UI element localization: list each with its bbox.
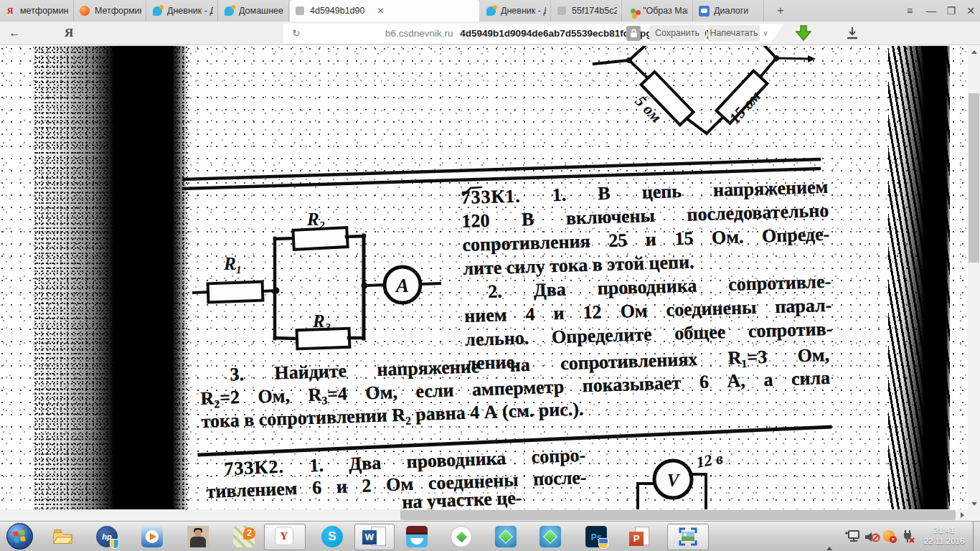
clock-date: 22.11.2016: [921, 536, 967, 547]
show-desktop-button[interactable]: [973, 522, 980, 551]
url-host: b6.csdnevnik.ru: [385, 28, 453, 39]
dnevnik-icon: [223, 5, 235, 17]
windows-flag-icon: [13, 529, 27, 543]
yandex-logo-icon[interactable]: Я: [65, 22, 73, 44]
tab-metformin-ri[interactable]: Метформин Ри: [75, 0, 146, 22]
tab-dialogi[interactable]: Диалоги: [694, 0, 764, 22]
tab-label: 55f174b5c2034e: [572, 6, 617, 16]
tab-close-icon[interactable]: ✕: [374, 6, 386, 16]
taskbar: hp 2 Y S W Ps P: [0, 521, 980, 551]
url-field[interactable]: ↻ b6.csdnevnik.ru 4d5949b1d9094de6ab7d55…: [283, 24, 783, 43]
screenshot-tool-icon: [677, 526, 699, 547]
tab-metformin-ins[interactable]: Я метформин инс: [0, 0, 74, 22]
uac-shield-icon: [110, 539, 119, 549]
media-player-icon[interactable]: [141, 526, 163, 547]
tab-image-2[interactable]: 55f174b5c2034e: [552, 0, 622, 22]
show-hidden-icons-button[interactable]: [826, 534, 832, 547]
tab-label: Диалоги: [714, 6, 748, 16]
sims4-icon[interactable]: [495, 526, 517, 547]
word-icon: W: [362, 530, 377, 545]
image-placeholder-icon: [556, 5, 567, 17]
label-r3: R₃: [312, 311, 331, 331]
menu-icon[interactable]: ≡: [900, 0, 919, 22]
tab-label: 4d5949b1d90: [310, 6, 364, 16]
browser-viewport: R₁ R₂ R₃ A V 5 ом 15 ом 12 в 733К1. 1. В…: [0, 46, 980, 521]
tab-label: Метформин Ри: [95, 6, 141, 16]
back-icon[interactable]: ←: [9, 22, 21, 44]
label-r2: R₂: [306, 209, 325, 229]
photoshop-icon[interactable]: Ps: [585, 526, 607, 547]
tab-label: Дневник - Днев: [167, 6, 213, 16]
horizontal-scrollbar[interactable]: [0, 509, 968, 521]
tab-bar: Я метформин инс Метформин Ри Дневник - Д…: [0, 0, 980, 22]
image-placeholder-icon: [294, 5, 306, 17]
tab-dnevnik-2[interactable]: Дневник - Днев: [481, 0, 551, 22]
sims4-icon-2[interactable]: [540, 526, 561, 547]
network-icon[interactable]: [844, 530, 861, 546]
label-12v: 12 в: [695, 449, 725, 471]
scroll-up-arrow[interactable]: [968, 46, 980, 57]
portrait-photo-icon[interactable]: [187, 526, 209, 547]
yandex-browser-taskbar-button[interactable]: Y: [264, 524, 306, 550]
yandex-browser-icon: Y: [275, 527, 293, 545]
volume-muted-icon[interactable]: [864, 531, 880, 546]
tab-label: метформин инс: [20, 6, 69, 16]
problem-number: 733К2.: [224, 456, 284, 479]
text-line-partial: на участке це-: [402, 487, 522, 509]
orange-sphere-icon: [79, 5, 90, 17]
horizontal-scroll-thumb[interactable]: [400, 510, 956, 520]
save-button[interactable]: Сохранить: [649, 25, 705, 42]
tab-obraz-mashi[interactable]: "Образ Маши М: [623, 0, 693, 22]
close-button[interactable]: ✕: [961, 0, 980, 22]
vertical-scroll-thumb[interactable]: [969, 93, 979, 263]
lock-icon[interactable]: [626, 26, 641, 41]
minimize-button[interactable]: —: [922, 0, 941, 22]
powerpoint-icon[interactable]: P: [628, 526, 650, 547]
scanned-textbook-image[interactable]: R₁ R₂ R₃ A V 5 ом 15 ом 12 в 733К1. 1. В…: [0, 46, 968, 509]
downloads-icon[interactable]: [845, 26, 859, 43]
file-explorer-icon[interactable]: [52, 526, 73, 547]
multicolor-dots-icon: [627, 5, 639, 17]
start-button[interactable]: [6, 523, 33, 550]
taskbar-clock[interactable]: 21:41 22.11.2016: [921, 525, 967, 547]
problem-number: 733К1.: [461, 186, 521, 208]
chat-icon: [698, 5, 710, 17]
new-tab-button[interactable]: +: [772, 3, 789, 19]
print-button[interactable]: Напечатать: [708, 25, 760, 42]
tab-label: Домашнее зада: [239, 6, 284, 16]
word-taskbar-button[interactable]: W: [354, 524, 395, 550]
yandex-icon: Я: [4, 5, 16, 17]
download-ready-icon[interactable]: [793, 24, 814, 45]
tab-image-active[interactable]: 4d5949b1d90 ✕: [290, 0, 479, 22]
vertical-scrollbar[interactable]: [968, 46, 980, 509]
tab-label: Дневник - Днев: [501, 6, 546, 16]
chevron-down-icon[interactable]: ∨: [763, 24, 768, 43]
restore-button[interactable]: ❐: [942, 0, 961, 22]
uac-shield-icon: [598, 538, 608, 549]
scroll-right-arrow[interactable]: [956, 509, 968, 521]
skype-icon[interactable]: S: [321, 526, 343, 547]
dnevnik-icon: [151, 5, 163, 17]
dnevnik-icon: [485, 5, 496, 17]
tab-label: "Образ Маши М: [643, 6, 688, 16]
alert-status-icon[interactable]: ✕: [883, 530, 895, 542]
address-bar: ← Я ↻ b6.csdnevnik.ru 4d5949b1d9094de6ab…: [0, 22, 980, 45]
label-voltmeter: V: [667, 471, 681, 490]
hp-support-icon[interactable]: hp: [96, 526, 118, 547]
power-plug-error-icon[interactable]: [901, 529, 915, 547]
screenshot-tool-taskbar-button[interactable]: [667, 524, 709, 550]
clock-time: 21:41: [921, 525, 967, 536]
scrollbar-corner: [968, 509, 980, 521]
scroll-down-arrow[interactable]: [968, 498, 980, 509]
tab-dnevnik-1[interactable]: Дневник - Днев: [147, 0, 218, 22]
label-r1: R₁: [223, 254, 242, 273]
game-character-icon[interactable]: [406, 526, 428, 547]
2gis-icon[interactable]: 2: [233, 526, 255, 547]
tab-homework[interactable]: Домашнее зада: [219, 0, 289, 22]
label-ammeter: A: [395, 275, 409, 296]
reload-icon[interactable]: ↻: [292, 24, 301, 43]
sims3-plumbob-icon[interactable]: [451, 526, 472, 547]
